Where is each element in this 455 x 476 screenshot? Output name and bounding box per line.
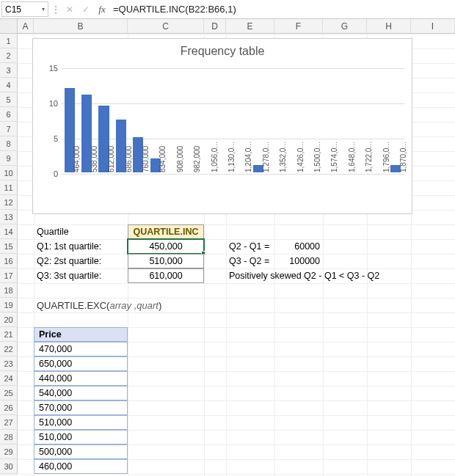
divider-dots-icon: ⋮ <box>50 0 62 18</box>
function-signature: QUARTILE.EXC(array ,quart ) <box>34 298 254 312</box>
chart-y-tick: 0 <box>45 169 58 178</box>
column-header[interactable]: D <box>204 19 226 33</box>
row-header[interactable]: 6 <box>0 107 18 122</box>
row-header[interactable]: 24 <box>0 371 18 386</box>
price-cell: 510,000 <box>34 415 128 430</box>
row-headers: 1234567891011121314151617181920212223242… <box>0 34 18 476</box>
row-header[interactable]: 17 <box>0 268 18 283</box>
row-header[interactable]: 10 <box>0 166 18 180</box>
row-header[interactable]: 28 <box>0 430 18 444</box>
row-header[interactable]: 4 <box>0 78 18 92</box>
quartile-row-label: Q2: 2st quartile: <box>34 254 128 268</box>
quartile-inc-header: QUARTILE.INC <box>128 224 204 239</box>
price-cell: 460,000 <box>34 459 128 474</box>
row-header[interactable]: 7 <box>0 122 18 136</box>
row-header[interactable]: 27 <box>0 415 18 430</box>
row-header[interactable]: 9 <box>0 151 18 166</box>
price-cell: 440,000 <box>34 371 128 386</box>
quartile-row-value: 450,000 <box>128 239 204 254</box>
column-header[interactable]: G <box>323 19 367 33</box>
quartile-row-label: Q3: 3st quartile: <box>34 268 128 283</box>
column-header[interactable]: I <box>411 19 455 33</box>
column-header[interactable]: F <box>274 19 323 33</box>
row-header[interactable]: 13 <box>0 210 18 224</box>
row-header[interactable]: 8 <box>0 136 18 151</box>
active-cell-ref: C15 <box>5 4 21 15</box>
chevron-down-icon[interactable]: ▾ <box>42 6 45 12</box>
quartile-header-label: Quartile <box>34 224 128 239</box>
chart-y-tick: 5 <box>45 134 58 143</box>
row-header[interactable]: 22 <box>0 342 18 356</box>
chart-x-labels: 464,000538,000612,000686,000760,000834,0… <box>61 172 404 210</box>
skew-note: Positively skewed Q2 - Q1 < Q3 - Q2 <box>226 268 417 283</box>
name-box[interactable]: C15 ▾ <box>1 1 48 17</box>
column-headers: ABCDEFGHI <box>0 19 455 34</box>
row-header[interactable]: 20 <box>0 312 18 327</box>
column-header[interactable]: C <box>128 19 204 33</box>
excel-viewport: C15 ▾ ⋮ ✕ ✓ fx ABCDEFGHI 123456789101112… <box>0 0 455 476</box>
row-header[interactable]: 26 <box>0 400 18 415</box>
price-cell: 650,000 <box>34 356 128 371</box>
column-header[interactable]: H <box>367 19 411 33</box>
price-cell: 500,000 <box>34 444 128 459</box>
quartile-row-value: 510,000 <box>128 254 204 268</box>
chart-y-tick: 15 <box>45 64 58 73</box>
cancel-icon[interactable]: ✕ <box>62 0 78 18</box>
confirm-icon[interactable]: ✓ <box>78 0 94 18</box>
row-header[interactable]: 25 <box>0 386 18 400</box>
frequency-chart[interactable]: Frequency table 051015 464,000538,000612… <box>32 38 412 214</box>
diff-label: Q3 - Q2 = <box>226 254 274 268</box>
sheet-grid[interactable]: Frequency table 051015 464,000538,000612… <box>18 34 455 476</box>
diff-label: Q2 - Q1 = <box>226 239 274 254</box>
row-header[interactable]: 1 <box>0 34 18 48</box>
row-header[interactable]: 30 <box>0 459 18 474</box>
row-header[interactable]: 23 <box>0 356 18 371</box>
price-cell: 470,000 <box>34 342 128 356</box>
quartile-row-value: 610,000 <box>128 268 204 283</box>
row-header[interactable]: 2 <box>0 48 18 63</box>
price-cell: 540,000 <box>34 386 128 400</box>
row-header[interactable]: 12 <box>0 195 18 210</box>
row-header[interactable]: 29 <box>0 444 18 459</box>
diff-value: 100000 <box>274 254 323 268</box>
row-header[interactable]: 16 <box>0 254 18 268</box>
price-cell: 570,000 <box>34 400 128 415</box>
chart-title: Frequency table <box>33 45 412 58</box>
chart-x-tick: 1,870,0... <box>399 142 437 172</box>
row-header[interactable]: 15 <box>0 239 18 254</box>
chart-y-tick: 10 <box>45 99 58 108</box>
column-header[interactable]: B <box>34 19 128 33</box>
diff-value: 60000 <box>274 239 323 254</box>
price-cell: 510,000 <box>34 430 128 444</box>
quartile-row-label: Q1: 1st quartile: <box>34 239 128 254</box>
row-header[interactable]: 11 <box>0 180 18 195</box>
row-header[interactable]: 5 <box>0 92 18 107</box>
row-header[interactable]: 14 <box>0 224 18 239</box>
formula-bar: C15 ▾ ⋮ ✕ ✓ fx <box>0 0 455 19</box>
row-header[interactable]: 3 <box>0 63 18 78</box>
select-all-corner[interactable] <box>0 19 18 33</box>
column-header[interactable]: E <box>226 19 274 33</box>
column-header[interactable]: A <box>18 19 34 33</box>
row-header[interactable]: 19 <box>0 298 18 312</box>
fx-icon[interactable]: fx <box>94 0 110 18</box>
price-header: Price <box>34 327 128 342</box>
formula-input[interactable] <box>110 0 455 18</box>
row-header[interactable]: 21 <box>0 327 18 342</box>
row-header[interactable]: 18 <box>0 283 18 298</box>
